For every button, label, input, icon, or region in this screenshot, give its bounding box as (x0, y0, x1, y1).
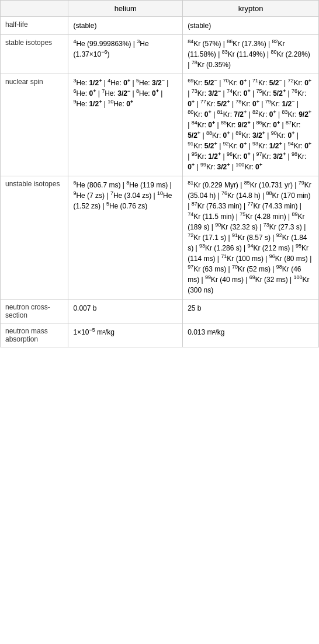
table-row: neutron mass absorption 1×10−5 m²/kg 0.0… (1, 323, 319, 347)
row-label-half-life: half-life (1, 17, 68, 35)
row-label-stable-isotopes: stable isotopes (1, 35, 68, 74)
cell-helium-stable-isotopes: 4He (99.999863%) | 3He (1.37×10−6) (68, 35, 183, 74)
cell-krypton-neutron-mass-absorption: 0.013 m²/kg (183, 323, 319, 347)
col-header-helium: helium (68, 1, 183, 17)
table-row: nuclear spin 3He: 1/2+ | 4He: 0+ | 5He: … (1, 74, 319, 176)
table-row: stable isotopes 4He (99.999863%) | 3He (… (1, 35, 319, 74)
cell-krypton-nuclear-spin: 69Kr: 5/2− | 70Kr: 0+ | 71Kr: 5/2− | 72K… (183, 74, 319, 176)
cell-helium-unstable-isotopes: 6He (806.7 ms) | 8He (119 ms) | 9He (7 z… (68, 176, 183, 300)
cell-krypton-stable-isotopes: 84Kr (57%) | 86Kr (17.3%) | 82Kr (11.58%… (183, 35, 319, 74)
col-header-krypton: krypton (183, 1, 319, 17)
row-label-unstable-isotopes: unstable isotopes (1, 176, 68, 300)
row-label-neutron-cross-section: neutron cross-section (1, 300, 68, 323)
row-label-nuclear-spin: nuclear spin (1, 74, 68, 176)
cell-helium-nuclear-spin: 3He: 1/2+ | 4He: 0+ | 5He: 3/2− | 6He: 0… (68, 74, 183, 176)
row-label-neutron-mass-absorption: neutron mass absorption (1, 323, 68, 347)
cell-helium-neutron-cross-section: 0.007 b (68, 300, 183, 323)
col-header-label (1, 1, 68, 17)
table-row: neutron cross-section 0.007 b 25 b (1, 300, 319, 323)
table-row: unstable isotopes 6He (806.7 ms) | 8He (… (1, 176, 319, 300)
cell-helium-neutron-mass-absorption: 1×10−5 m²/kg (68, 323, 183, 347)
cell-krypton-half-life: (stable) (183, 17, 319, 35)
cell-krypton-unstable-isotopes: 81Kr (0.229 Myr) | 85Kr (10.731 yr) | 79… (183, 176, 319, 300)
cell-helium-half-life: (stable) (68, 17, 183, 35)
table-row: half-life (stable) (stable) (1, 17, 319, 35)
cell-krypton-neutron-cross-section: 25 b (183, 300, 319, 323)
